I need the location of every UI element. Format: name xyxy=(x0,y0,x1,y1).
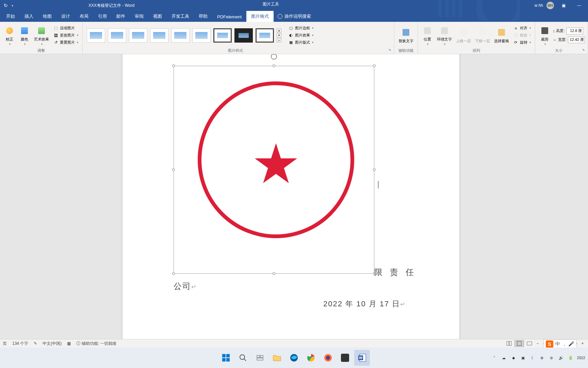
view-read-mode-button[interactable] xyxy=(504,340,514,347)
qat-customize-dropdown[interactable]: ▾ xyxy=(12,4,13,7)
tab-references[interactable]: 引用 xyxy=(93,11,112,22)
selection-handle-tm[interactable] xyxy=(273,64,275,67)
picture-layout-button[interactable]: ▦图片版式▾ xyxy=(287,39,315,46)
tab-picture-format[interactable]: 图片格式 xyxy=(246,11,274,22)
selected-picture[interactable] xyxy=(174,66,374,274)
start-button[interactable] xyxy=(218,350,234,366)
view-web-layout-button[interactable] xyxy=(525,340,534,347)
effects-icon: ◐ xyxy=(288,33,294,38)
zoom-out-button[interactable]: − xyxy=(535,341,540,346)
selection-handle-tr[interactable] xyxy=(373,64,376,67)
tab-home[interactable]: 开始 xyxy=(1,11,20,22)
document-page[interactable]: 限 责 任 公司↵ 2022 年 10 月 17 日↵ xyxy=(122,54,459,357)
search-button[interactable] xyxy=(235,350,251,366)
document-area[interactable]: 限 责 任 公司↵ 2022 年 10 月 17 日↵ xyxy=(0,54,588,357)
crop-button[interactable]: 裁剪▾ xyxy=(538,25,552,46)
document-text-date[interactable]: 2022 年 10 月 17 日↵ xyxy=(323,299,406,309)
edge-button[interactable] xyxy=(286,350,302,366)
alt-text-button[interactable]: 替换文字 xyxy=(397,26,415,44)
position-button[interactable]: 位置▾ xyxy=(421,25,434,46)
styles-dialog-launcher[interactable]: ⬊ xyxy=(389,48,391,51)
compress-pictures-button[interactable]: ⬚压缩图片 xyxy=(52,25,80,32)
style-thumb-2[interactable] xyxy=(108,28,126,43)
word-button[interactable]: W xyxy=(354,350,370,366)
corrections-button[interactable]: 校正 ▾ xyxy=(3,25,16,46)
tab-review[interactable]: 审阅 xyxy=(130,11,148,22)
picture-effects-button[interactable]: ◐图片效果▾ xyxy=(287,32,315,39)
selection-handle-bm[interactable] xyxy=(273,272,275,275)
color-button[interactable]: 颜色 ▾ xyxy=(18,25,31,46)
tab-developer[interactable]: 开发工具 xyxy=(167,11,194,22)
status-page[interactable]: 页 xyxy=(3,341,7,347)
tab-design[interactable]: 设计 xyxy=(56,11,75,22)
style-thumb-6[interactable] xyxy=(192,28,211,43)
tray-battery-icon[interactable]: 🔋 xyxy=(568,355,574,361)
reset-picture-button[interactable]: ↺重置图片▾ xyxy=(52,39,80,46)
style-thumb-9[interactable] xyxy=(256,28,274,43)
status-spellcheck-icon[interactable]: ✎ xyxy=(34,341,37,346)
tray-lang-icon[interactable]: ⊕ xyxy=(539,355,545,361)
tray-bluetooth-icon[interactable]: ᛒ xyxy=(529,355,536,361)
style-thumb-4[interactable] xyxy=(150,28,168,43)
gallery-scroll-down[interactable]: ▾ xyxy=(277,33,281,37)
tab-layout[interactable]: 布局 xyxy=(75,11,93,22)
status-macro-icon[interactable]: ▦ xyxy=(67,341,71,346)
user-name[interactable]: w hh xyxy=(535,3,543,8)
document-text-company[interactable]: 公司↵ xyxy=(174,281,197,292)
ribbon-display-options-icon[interactable]: ▣ xyxy=(557,1,570,10)
selection-handle-mr[interactable] xyxy=(373,168,376,171)
tab-insert[interactable]: 插入 xyxy=(20,11,38,22)
tab-pdfelement[interactable]: PDFelement xyxy=(212,12,246,22)
selection-handle-tl[interactable] xyxy=(172,64,175,67)
app-button-1[interactable] xyxy=(337,350,353,366)
tray-onedrive-icon[interactable]: ☁ xyxy=(501,355,507,361)
tab-draw[interactable]: 绘图 xyxy=(38,11,56,22)
minimize-button[interactable]: — xyxy=(573,1,585,10)
tray-volume-icon[interactable]: 🔊 xyxy=(558,355,564,361)
selection-pane-button[interactable]: 选择窗格 xyxy=(493,26,510,44)
tray-app-icon-1[interactable]: ◆ xyxy=(510,355,517,361)
picture-border-button[interactable]: ▢图片边框▾ xyxy=(287,25,315,32)
tell-me-search[interactable]: 操作说明搜索 xyxy=(274,11,315,22)
style-thumb-7[interactable] xyxy=(213,28,232,43)
style-thumb-3[interactable] xyxy=(129,28,147,43)
style-thumb-5[interactable] xyxy=(171,28,190,43)
selection-handle-bl[interactable] xyxy=(172,272,175,275)
align-button[interactable]: ≡对齐▾ xyxy=(512,25,532,32)
undo-icon[interactable]: ↻ xyxy=(3,2,9,9)
tray-wifi-icon[interactable]: ⊚ xyxy=(549,355,555,361)
style-thumb-1[interactable] xyxy=(87,28,105,43)
tab-view[interactable]: 视图 xyxy=(148,11,167,22)
compress-icon: ⬚ xyxy=(53,26,59,31)
tray-chevron-icon[interactable]: ˄ xyxy=(491,355,497,361)
selection-handle-ml[interactable] xyxy=(172,168,175,171)
firefox-button[interactable] xyxy=(320,350,336,366)
wrap-text-button[interactable]: 环绕文字▾ xyxy=(436,25,453,46)
tab-help[interactable]: 帮助 xyxy=(194,11,212,22)
tab-mailings[interactable]: 邮件 xyxy=(112,11,130,22)
artistic-effects-button[interactable]: 艺术效果 ▾ xyxy=(33,25,50,46)
corrections-label: 校正 xyxy=(6,37,13,42)
user-avatar[interactable]: WH xyxy=(546,2,554,9)
zoom-in-button[interactable]: + xyxy=(580,341,585,346)
chevron-down-icon: ▾ xyxy=(444,43,445,46)
gallery-more-button[interactable]: ＝ xyxy=(277,38,281,42)
rotate-handle-icon[interactable] xyxy=(271,54,277,60)
gallery-scroll-up[interactable]: ▴ xyxy=(277,29,281,33)
file-explorer-button[interactable] xyxy=(269,350,285,366)
view-print-layout-button[interactable] xyxy=(514,340,524,347)
tray-clock[interactable]: 2022 xyxy=(577,356,585,360)
size-dialog-launcher[interactable]: ⬊ xyxy=(582,48,585,51)
style-thumb-8[interactable] xyxy=(234,28,253,43)
status-accessibility[interactable]: ⓘ 辅助功能: 一切就绪 xyxy=(76,341,116,347)
document-text-fragment-1[interactable]: 限 责 任 xyxy=(374,267,416,278)
width-input[interactable] xyxy=(568,36,585,43)
chrome-button[interactable] xyxy=(303,350,319,366)
change-picture-button[interactable]: 🖼更改图片▾ xyxy=(52,32,80,39)
status-language[interactable]: 中文(中国) xyxy=(43,341,62,347)
height-input[interactable] xyxy=(566,28,583,34)
tray-app-icon-2[interactable]: ▣ xyxy=(520,355,526,361)
rotate-button[interactable]: ⟳旋转▾ xyxy=(512,39,532,46)
status-word-count[interactable]: 134 个字 xyxy=(12,341,28,347)
task-view-button[interactable] xyxy=(252,350,268,366)
